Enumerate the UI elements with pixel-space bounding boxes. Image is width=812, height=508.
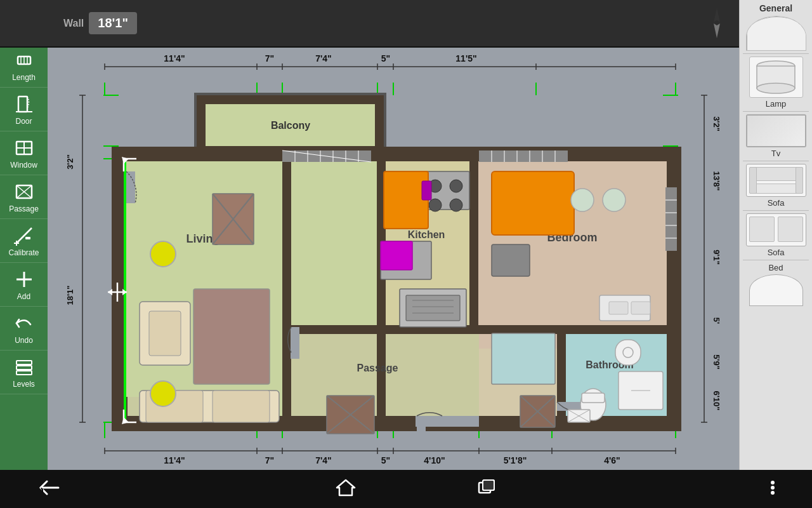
levels-label: Levels bbox=[13, 380, 35, 389]
right-bed-section[interactable]: Bed bbox=[743, 260, 809, 306]
svg-point-224 bbox=[771, 491, 775, 495]
svg-text:Kitchen: Kitchen bbox=[408, 229, 445, 240]
svg-marker-0 bbox=[714, 8, 720, 22]
levels-icon bbox=[13, 356, 36, 378]
svg-rect-27 bbox=[16, 371, 32, 375]
svg-rect-182 bbox=[381, 241, 412, 270]
svg-text:4'10": 4'10" bbox=[424, 455, 445, 465]
svg-text:11'5": 11'5" bbox=[455, 53, 476, 64]
svg-rect-191 bbox=[492, 333, 555, 384]
lamp-shape bbox=[749, 57, 803, 98]
svg-rect-114 bbox=[282, 158, 291, 425]
sidebar-item-undo[interactable]: Undo bbox=[0, 307, 48, 351]
svg-text:7": 7" bbox=[265, 53, 274, 64]
svg-point-30 bbox=[757, 83, 795, 93]
svg-rect-124 bbox=[197, 95, 384, 104]
svg-text:4'6": 4'6" bbox=[604, 455, 620, 465]
sidebar-item-door[interactable]: Door bbox=[0, 88, 48, 131]
window-icon bbox=[13, 137, 36, 159]
passage-icon bbox=[13, 180, 36, 203]
svg-text:9'1": 9'1" bbox=[712, 250, 721, 265]
svg-rect-176 bbox=[406, 295, 460, 321]
svg-marker-218 bbox=[337, 480, 355, 495]
right-lamp-section[interactable]: Lamp bbox=[743, 53, 809, 109]
svg-rect-220 bbox=[483, 480, 494, 490]
sidebar-item-passage[interactable]: Passage bbox=[0, 175, 48, 219]
sofa1-shape bbox=[746, 164, 806, 197]
sofa1-label: Sofa bbox=[768, 198, 785, 208]
back-button[interactable] bbox=[25, 474, 74, 504]
svg-marker-213 bbox=[108, 289, 112, 295]
add-icon bbox=[13, 268, 36, 291]
passage-label: Passage bbox=[9, 204, 39, 213]
svg-rect-180 bbox=[384, 171, 428, 229]
bottom-navigation bbox=[0, 470, 812, 508]
svg-rect-153 bbox=[291, 327, 299, 359]
svg-text:Passage: Passage bbox=[357, 363, 398, 373]
floor-plan-svg: 11'4" 7" 7'4" 5" 11'5" 11'4" 7" 7'4" 5" … bbox=[48, 48, 739, 470]
svg-text:7'4": 7'4" bbox=[315, 53, 332, 64]
calibrate-icon bbox=[13, 224, 36, 247]
door-icon bbox=[13, 93, 36, 116]
svg-point-163 bbox=[150, 381, 176, 406]
svg-rect-189 bbox=[609, 302, 628, 314]
svg-text:5'1'8": 5'1'8" bbox=[504, 455, 527, 465]
svg-text:3'2": 3'2" bbox=[65, 154, 75, 170]
svg-rect-194 bbox=[615, 340, 641, 365]
svg-rect-190 bbox=[631, 302, 650, 314]
sidebar-item-window[interactable]: Window bbox=[0, 131, 48, 175]
svg-text:5": 5" bbox=[381, 53, 390, 64]
svg-line-19 bbox=[16, 228, 32, 243]
svg-text:11'4": 11'4" bbox=[164, 455, 185, 465]
right-sidebar: General Lamp Tv Sofa bbox=[739, 0, 812, 470]
sidebar-item-length[interactable]: Length bbox=[0, 44, 48, 88]
svg-text:Balcony: Balcony bbox=[271, 120, 310, 131]
svg-text:18'1": 18'1" bbox=[65, 286, 75, 305]
home-button[interactable] bbox=[323, 474, 369, 504]
svg-point-172 bbox=[429, 199, 442, 211]
svg-point-222 bbox=[771, 481, 775, 485]
svg-rect-11 bbox=[18, 97, 27, 112]
svg-rect-183 bbox=[492, 171, 574, 235]
svg-text:5': 5' bbox=[712, 318, 721, 324]
bed-shape bbox=[749, 274, 803, 306]
svg-point-170 bbox=[450, 180, 462, 192]
window-label: Window bbox=[10, 161, 37, 170]
svg-rect-112 bbox=[282, 325, 671, 334]
svg-rect-193 bbox=[582, 393, 605, 403]
right-tv-section[interactable]: Tv bbox=[743, 111, 809, 158]
svg-point-186 bbox=[603, 189, 625, 211]
svg-text:11'4": 11'4" bbox=[164, 53, 185, 64]
left-sidebar: Corner Length Door bbox=[0, 0, 48, 470]
svg-text:7": 7" bbox=[265, 455, 274, 465]
tv-shape bbox=[746, 114, 806, 147]
general-label: General bbox=[759, 3, 792, 13]
general-shape bbox=[746, 16, 806, 51]
calibrate-label: Calibrate bbox=[8, 248, 39, 257]
svg-point-223 bbox=[771, 486, 775, 490]
sidebar-item-add[interactable]: Add bbox=[0, 263, 48, 307]
svg-rect-161 bbox=[193, 289, 270, 384]
sidebar-item-levels[interactable]: Levels bbox=[0, 351, 48, 394]
more-options-button[interactable] bbox=[759, 474, 787, 504]
svg-point-162 bbox=[150, 241, 176, 267]
svg-rect-111 bbox=[469, 158, 478, 330]
main-canvas[interactable]: 11'4" 7" 7'4" 5" 11'5" 11'4" 7" 7'4" 5" … bbox=[48, 48, 739, 470]
sofa2-shape bbox=[746, 213, 806, 246]
svg-rect-160 bbox=[149, 311, 181, 356]
right-sofa2-section[interactable]: Sofa bbox=[743, 210, 809, 257]
svg-text:7'4": 7'4" bbox=[315, 455, 332, 465]
recent-apps-button[interactable] bbox=[464, 474, 509, 504]
length-label: Length bbox=[12, 73, 36, 82]
sofa2-label: Sofa bbox=[768, 248, 785, 257]
sidebar-item-calibrate[interactable]: Calibrate bbox=[0, 219, 48, 263]
tv-label: Tv bbox=[771, 149, 780, 158]
svg-point-173 bbox=[450, 199, 462, 211]
svg-rect-181 bbox=[422, 181, 431, 200]
right-general-section[interactable]: General bbox=[743, 3, 809, 51]
right-sofa1-section[interactable]: Sofa bbox=[743, 161, 809, 208]
undo-label: Undo bbox=[15, 336, 33, 345]
svg-rect-25 bbox=[16, 361, 32, 364]
add-label: Add bbox=[17, 292, 30, 301]
svg-text:5": 5" bbox=[381, 455, 390, 465]
